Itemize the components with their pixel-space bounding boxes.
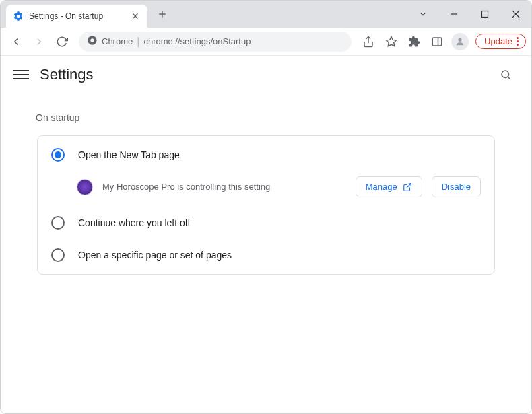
update-label: Update bbox=[484, 36, 512, 46]
browser-tab[interactable]: Settings - On startup ✕ bbox=[6, 5, 147, 28]
close-window-button[interactable] bbox=[500, 1, 531, 28]
omnibox-url: chrome://settings/onStartup bbox=[143, 36, 251, 46]
toolbar: Chrome | chrome://settings/onStartup Upd… bbox=[1, 28, 531, 56]
omnibox-separator: | bbox=[137, 36, 139, 48]
option-label: Continue where you left off bbox=[78, 217, 190, 228]
tab-title: Settings - On startup bbox=[29, 11, 125, 21]
option-label: Open a specific page or set of pages bbox=[78, 250, 232, 261]
svg-point-11 bbox=[502, 71, 509, 78]
update-button[interactable]: Update bbox=[475, 34, 526, 49]
option-specific-pages[interactable]: Open a specific page or set of pages bbox=[38, 239, 494, 271]
back-button[interactable] bbox=[6, 32, 26, 52]
svg-line-13 bbox=[406, 183, 410, 187]
reload-button[interactable] bbox=[52, 32, 72, 52]
svg-line-12 bbox=[508, 77, 510, 79]
controlled-text: My Horoscope Pro is controlling this set… bbox=[102, 182, 346, 192]
option-continue[interactable]: Continue where you left off bbox=[38, 207, 494, 239]
external-link-icon bbox=[403, 182, 412, 192]
titlebar: Settings - On startup ✕ bbox=[1, 1, 531, 28]
menu-dots-icon bbox=[517, 37, 519, 46]
share-icon[interactable] bbox=[358, 32, 378, 52]
menu-hamburger-icon[interactable] bbox=[13, 67, 29, 83]
svg-point-10 bbox=[458, 38, 461, 41]
svg-rect-8 bbox=[432, 38, 442, 46]
option-label: Open the New Tab page bbox=[78, 149, 180, 160]
search-icon[interactable] bbox=[492, 61, 519, 88]
svg-rect-1 bbox=[482, 11, 488, 18]
svg-marker-7 bbox=[387, 36, 397, 46]
omnibox-chip: Chrome bbox=[102, 36, 133, 46]
maximize-button[interactable] bbox=[469, 1, 500, 28]
startup-card: Open the New Tab page My Horoscope Pro i… bbox=[37, 135, 495, 275]
svg-point-5 bbox=[90, 38, 94, 42]
minimize-button[interactable] bbox=[438, 1, 469, 28]
new-tab-button[interactable] bbox=[153, 5, 172, 24]
address-bar[interactable]: Chrome | chrome://settings/onStartup bbox=[79, 32, 352, 52]
settings-content: On startup Open the New Tab page My Horo… bbox=[1, 94, 531, 413]
controlled-by-extension-row: My Horoscope Pro is controlling this set… bbox=[38, 171, 494, 207]
close-tab-icon[interactable]: ✕ bbox=[130, 11, 141, 22]
page-title: Settings bbox=[40, 66, 94, 83]
forward-button[interactable] bbox=[29, 32, 49, 52]
option-new-tab[interactable]: Open the New Tab page bbox=[38, 139, 494, 171]
bookmark-star-icon[interactable] bbox=[381, 32, 401, 52]
profile-avatar[interactable] bbox=[450, 32, 470, 52]
section-title: On startup bbox=[36, 112, 518, 123]
radio-icon[interactable] bbox=[51, 248, 65, 262]
chrome-icon bbox=[87, 35, 98, 48]
extension-icon bbox=[77, 179, 93, 195]
radio-icon[interactable] bbox=[51, 216, 65, 230]
radio-selected-icon[interactable] bbox=[51, 148, 65, 162]
gear-icon bbox=[13, 11, 24, 22]
manage-button[interactable]: Manage bbox=[356, 176, 422, 197]
settings-header: Settings bbox=[1, 56, 531, 94]
extensions-icon[interactable] bbox=[404, 32, 424, 52]
sidepanel-icon[interactable] bbox=[427, 32, 447, 52]
disable-button[interactable]: Disable bbox=[432, 176, 481, 197]
caret-down-icon[interactable] bbox=[407, 9, 438, 19]
